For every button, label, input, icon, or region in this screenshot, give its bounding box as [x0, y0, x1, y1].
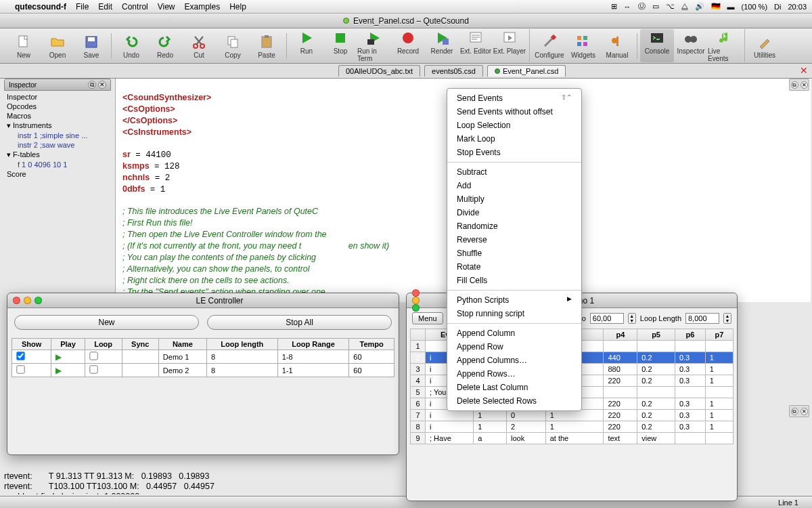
open-button[interactable]: Open — [41, 33, 74, 59]
configure-button[interactable]: Configure — [533, 33, 566, 59]
tree-score[interactable]: Score — [5, 169, 110, 179]
ctx-randomize[interactable]: Randomize — [447, 219, 581, 233]
ctx-reverse[interactable]: Reverse — [447, 233, 581, 247]
ctx-stop-script[interactable]: Stop running script — [447, 307, 581, 320]
widgets-button[interactable]: Widgets — [566, 33, 600, 59]
tempo-input[interactable] — [590, 313, 624, 324]
render-button[interactable]: Render — [425, 29, 459, 62]
ctx-send-events-no-offset[interactable]: Send Events without offset — [447, 105, 581, 119]
status-volume-icon[interactable]: 🔊 — [695, 2, 704, 11]
status-sync-icon[interactable]: ↔ — [624, 3, 631, 11]
inspector-close-icon[interactable]: ✕ — [98, 81, 106, 89]
loop-checkbox[interactable] — [89, 365, 97, 373]
manual-button[interactable]: Manual — [600, 33, 634, 59]
status-flag[interactable]: 🇩🇪 — [711, 2, 721, 11]
demo-menu-button[interactable]: Menu — [412, 312, 443, 324]
stop-button[interactable]: Stop — [323, 29, 357, 62]
side-panel-1[interactable]: ⧉✕ — [789, 79, 809, 91]
side-panel-2[interactable]: ⧉✕ — [789, 405, 809, 417]
lectl-new-button[interactable]: New — [14, 315, 199, 330]
tree-macros[interactable]: Macros — [5, 111, 110, 121]
loop-checkbox[interactable] — [89, 352, 97, 360]
ctx-rotate[interactable]: Rotate — [447, 260, 581, 274]
play-icon[interactable]: ▶ — [55, 352, 62, 362]
new-button[interactable]: New — [7, 33, 41, 59]
lectl-row-1[interactable]: ▶ Demo 1 8 1-8 60 — [12, 350, 394, 364]
tree-instruments[interactable]: Instruments — [5, 121, 110, 131]
ctx-shuffle[interactable]: Shuffle — [447, 247, 581, 260]
status-bt-icon[interactable]: ⌥ — [666, 2, 675, 11]
tree-inspector[interactable]: Inspector — [5, 92, 110, 102]
ctx-delete-selected-rows[interactable]: Delete Selected Rows — [447, 394, 581, 408]
status-spaces-icon[interactable]: ⊞ — [611, 2, 617, 11]
console-button[interactable]: Console — [640, 29, 674, 62]
ctx-subtract[interactable]: Subtract — [447, 165, 581, 179]
lectl-titlebar[interactable]: LE Controller — [7, 293, 399, 308]
app-name[interactable]: qutecsound-f — [15, 2, 66, 12]
status-u-icon[interactable]: Ⓤ — [638, 1, 646, 12]
tab-events05[interactable]: events05.csd — [424, 65, 483, 77]
show-checkbox[interactable] — [16, 352, 24, 360]
close-icon[interactable] — [412, 289, 420, 297]
tree-instr2[interactable]: instr 2 ;saw wave — [5, 140, 110, 150]
inspector-button[interactable]: Inspector — [674, 29, 708, 62]
ctx-loop-selection[interactable]: Loop Selection — [447, 119, 581, 132]
extplayer-button[interactable]: Ext. Player — [493, 29, 526, 62]
inspector-detach-icon[interactable]: ⧉ — [88, 81, 96, 89]
tree-instr1[interactable]: instr 1 ;simple sine ... — [5, 131, 110, 140]
lectl-row-2[interactable]: ▶ Demo 2 8 1-1 60 — [12, 364, 394, 377]
ctx-delete-last-column[interactable]: Delete Last Column — [447, 381, 581, 394]
redo-button[interactable]: Redo — [148, 33, 182, 59]
looplen-stepper[interactable]: ▲▼ — [723, 313, 731, 324]
lectl-stopall-button[interactable]: Stop All — [207, 315, 392, 330]
show-checkbox[interactable] — [16, 365, 24, 373]
tempo-stepper[interactable]: ▲▼ — [628, 313, 636, 324]
runterm-button[interactable]: Run in Term — [357, 29, 391, 62]
ctx-divide[interactable]: Divide — [447, 206, 581, 219]
tree-f1[interactable]: f 1 0 4096 10 1 — [5, 160, 110, 169]
zoom-icon[interactable] — [412, 304, 420, 312]
ctx-python-scripts[interactable]: Python Scripts — [447, 293, 581, 307]
menu-help[interactable]: Help — [229, 2, 246, 12]
save-button[interactable]: Save — [74, 33, 108, 59]
menu-examples[interactable]: Examples — [185, 2, 221, 12]
run-button[interactable]: Run — [290, 29, 323, 62]
ctx-multiply[interactable]: Multiply — [447, 192, 581, 206]
status-battery-icon[interactable]: ▬ — [727, 3, 735, 11]
close-icon[interactable] — [13, 297, 20, 304]
ctx-fill-cells[interactable]: Fill Cells — [447, 274, 581, 287]
liveevents-button[interactable]: Live Events — [708, 29, 742, 62]
ctx-stop-events[interactable]: Stop Events — [447, 146, 581, 159]
zoom-icon[interactable] — [35, 297, 42, 304]
ctx-send-events[interactable]: Send Events⇧⌃ — [447, 91, 581, 105]
ctx-mark-loop[interactable]: Mark Loop — [447, 132, 581, 146]
undo-button[interactable]: Undo — [114, 33, 148, 59]
tree-ftables[interactable]: F-tables — [5, 150, 110, 160]
record-button[interactable]: Record — [391, 29, 425, 62]
copy-button[interactable]: Copy — [216, 33, 250, 59]
menu-view[interactable]: View — [158, 2, 175, 12]
play-icon[interactable]: ▶ — [55, 366, 62, 375]
tab-eventpanel[interactable]: Event_Panel.csd — [487, 65, 566, 77]
exteditor-button[interactable]: Ext. Editor — [459, 29, 493, 62]
menu-file[interactable]: File — [76, 2, 89, 12]
inspector-panel: Inspector ⧉✕ Inspector Opcodes Macros In… — [4, 79, 111, 160]
status-display-icon[interactable]: ▭ — [652, 2, 659, 11]
ctx-append-columns[interactable]: Append Columns… — [447, 354, 581, 367]
menu-edit[interactable]: Edit — [98, 2, 112, 12]
ctx-append-rows[interactable]: Append Rows… — [447, 367, 581, 381]
paste-button[interactable]: Paste — [250, 33, 284, 59]
close-tab-button[interactable]: ✕ — [800, 65, 808, 76]
ctx-append-column[interactable]: Append Column — [447, 326, 581, 340]
minimize-icon[interactable] — [24, 297, 31, 304]
tree-opcodes[interactable]: Opcodes — [5, 102, 110, 111]
cut-button[interactable]: Cut — [182, 33, 216, 59]
ctx-append-row[interactable]: Append Row — [447, 340, 581, 354]
looplen-input[interactable] — [685, 313, 719, 324]
status-wifi-icon[interactable]: ⧋ — [681, 2, 688, 11]
menu-control[interactable]: Control — [122, 2, 148, 12]
tab-alleudos[interactable]: 00AlleUDOs_abc.txt — [338, 65, 420, 77]
ctx-add[interactable]: Add — [447, 179, 581, 192]
utilities-button[interactable]: Utilities — [748, 33, 782, 59]
minimize-icon[interactable] — [412, 297, 420, 304]
